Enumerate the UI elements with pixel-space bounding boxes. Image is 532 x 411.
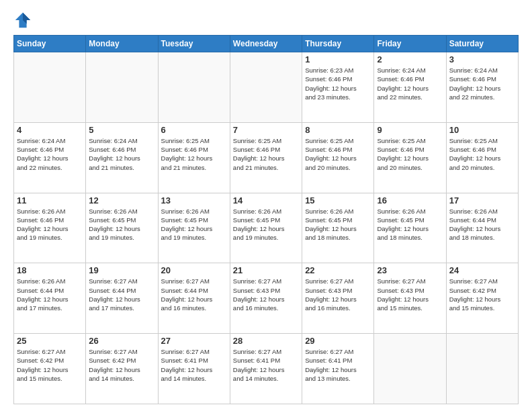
calendar-cell: 21Sunrise: 6:27 AM Sunset: 6:43 PM Dayli… [230, 263, 302, 334]
calendar-week-row: 25Sunrise: 6:27 AM Sunset: 6:42 PM Dayli… [14, 334, 519, 404]
calendar-day-header-friday: Friday [374, 36, 446, 52]
calendar-table: SundayMondayTuesdayWednesdayThursdayFrid… [13, 35, 519, 404]
day-info: Sunrise: 6:26 AM Sunset: 6:45 PM Dayligh… [89, 207, 154, 242]
day-number: 7 [233, 125, 299, 135]
day-info: Sunrise: 6:27 AM Sunset: 6:43 PM Dayligh… [377, 277, 443, 312]
calendar-cell: 11Sunrise: 6:26 AM Sunset: 6:46 PM Dayli… [14, 193, 86, 263]
calendar-cell: 3Sunrise: 6:24 AM Sunset: 6:46 PM Daylig… [446, 52, 518, 123]
calendar-cell: 29Sunrise: 6:27 AM Sunset: 6:41 PM Dayli… [302, 334, 374, 404]
calendar-week-row: 1Sunrise: 6:23 AM Sunset: 6:46 PM Daylig… [14, 52, 519, 123]
calendar-cell: 2Sunrise: 6:24 AM Sunset: 6:46 PM Daylig… [374, 52, 446, 123]
calendar-cell: 10Sunrise: 6:25 AM Sunset: 6:46 PM Dayli… [446, 122, 518, 193]
day-info: Sunrise: 6:27 AM Sunset: 6:42 PM Dayligh… [449, 277, 515, 312]
calendar-day-header-thursday: Thursday [302, 36, 374, 52]
day-number: 12 [89, 195, 154, 205]
header [13, 11, 519, 30]
day-number: 27 [161, 336, 227, 346]
day-info: Sunrise: 6:27 AM Sunset: 6:41 PM Dayligh… [161, 347, 227, 383]
day-number: 20 [161, 265, 227, 275]
day-number: 28 [233, 336, 299, 346]
day-info: Sunrise: 6:24 AM Sunset: 6:46 PM Dayligh… [377, 66, 443, 101]
day-info: Sunrise: 6:25 AM Sunset: 6:46 PM Dayligh… [161, 136, 227, 172]
day-number: 9 [377, 125, 443, 135]
day-info: Sunrise: 6:27 AM Sunset: 6:43 PM Dayligh… [233, 277, 299, 312]
calendar-cell: 19Sunrise: 6:27 AM Sunset: 6:44 PM Dayli… [86, 263, 158, 334]
day-number: 1 [305, 54, 371, 64]
calendar-cell: 13Sunrise: 6:26 AM Sunset: 6:45 PM Dayli… [158, 193, 230, 263]
day-number: 2 [377, 54, 443, 64]
calendar-cell [14, 52, 86, 123]
day-number: 8 [305, 125, 371, 135]
day-number: 10 [449, 125, 515, 135]
calendar-day-header-wednesday: Wednesday [230, 36, 302, 52]
calendar-cell: 1Sunrise: 6:23 AM Sunset: 6:46 PM Daylig… [302, 52, 374, 123]
calendar-cell [158, 52, 230, 123]
day-info: Sunrise: 6:27 AM Sunset: 6:41 PM Dayligh… [305, 347, 371, 383]
calendar-cell: 9Sunrise: 6:25 AM Sunset: 6:46 PM Daylig… [374, 122, 446, 193]
day-number: 26 [89, 336, 154, 346]
calendar-week-row: 4Sunrise: 6:24 AM Sunset: 6:46 PM Daylig… [14, 122, 519, 193]
calendar-cell: 17Sunrise: 6:26 AM Sunset: 6:44 PM Dayli… [446, 193, 518, 263]
day-number: 14 [233, 195, 299, 205]
day-number: 4 [17, 125, 83, 135]
day-info: Sunrise: 6:23 AM Sunset: 6:46 PM Dayligh… [305, 66, 371, 101]
day-number: 18 [17, 265, 83, 275]
calendar-day-header-monday: Monday [86, 36, 158, 52]
day-info: Sunrise: 6:27 AM Sunset: 6:43 PM Dayligh… [305, 277, 371, 312]
calendar-cell [446, 334, 518, 404]
calendar-cell: 12Sunrise: 6:26 AM Sunset: 6:45 PM Dayli… [86, 193, 158, 263]
day-info: Sunrise: 6:26 AM Sunset: 6:45 PM Dayligh… [305, 207, 371, 242]
calendar-cell [230, 52, 302, 123]
day-number: 17 [449, 195, 515, 205]
day-info: Sunrise: 6:27 AM Sunset: 6:42 PM Dayligh… [89, 347, 154, 383]
day-info: Sunrise: 6:27 AM Sunset: 6:44 PM Dayligh… [161, 277, 227, 312]
logo-icon [13, 11, 32, 30]
calendar-day-header-tuesday: Tuesday [158, 36, 230, 52]
day-number: 24 [449, 265, 515, 275]
day-info: Sunrise: 6:24 AM Sunset: 6:46 PM Dayligh… [17, 136, 83, 172]
day-info: Sunrise: 6:26 AM Sunset: 6:44 PM Dayligh… [17, 277, 83, 312]
calendar-cell: 7Sunrise: 6:25 AM Sunset: 6:46 PM Daylig… [230, 122, 302, 193]
day-number: 23 [377, 265, 443, 275]
calendar-cell: 18Sunrise: 6:26 AM Sunset: 6:44 PM Dayli… [14, 263, 86, 334]
day-info: Sunrise: 6:24 AM Sunset: 6:46 PM Dayligh… [89, 136, 154, 172]
day-number: 15 [305, 195, 371, 205]
calendar-cell: 26Sunrise: 6:27 AM Sunset: 6:42 PM Dayli… [86, 334, 158, 404]
calendar-cell [86, 52, 158, 123]
page: SundayMondayTuesdayWednesdayThursdayFrid… [0, 0, 532, 411]
day-number: 6 [161, 125, 227, 135]
calendar-cell: 5Sunrise: 6:24 AM Sunset: 6:46 PM Daylig… [86, 122, 158, 193]
calendar-cell: 27Sunrise: 6:27 AM Sunset: 6:41 PM Dayli… [158, 334, 230, 404]
day-number: 5 [89, 125, 154, 135]
day-info: Sunrise: 6:25 AM Sunset: 6:46 PM Dayligh… [377, 136, 443, 172]
day-number: 29 [305, 336, 371, 346]
day-info: Sunrise: 6:26 AM Sunset: 6:46 PM Dayligh… [17, 207, 83, 242]
day-info: Sunrise: 6:27 AM Sunset: 6:41 PM Dayligh… [233, 347, 299, 383]
day-info: Sunrise: 6:25 AM Sunset: 6:46 PM Dayligh… [233, 136, 299, 172]
calendar-cell: 20Sunrise: 6:27 AM Sunset: 6:44 PM Dayli… [158, 263, 230, 334]
day-number: 22 [305, 265, 371, 275]
day-number: 3 [449, 54, 515, 64]
calendar-cell: 22Sunrise: 6:27 AM Sunset: 6:43 PM Dayli… [302, 263, 374, 334]
day-number: 19 [89, 265, 154, 275]
day-info: Sunrise: 6:27 AM Sunset: 6:42 PM Dayligh… [17, 347, 83, 383]
day-number: 13 [161, 195, 227, 205]
day-info: Sunrise: 6:24 AM Sunset: 6:46 PM Dayligh… [449, 66, 515, 101]
calendar-cell: 23Sunrise: 6:27 AM Sunset: 6:43 PM Dayli… [374, 263, 446, 334]
day-number: 16 [377, 195, 443, 205]
calendar-week-row: 18Sunrise: 6:26 AM Sunset: 6:44 PM Dayli… [14, 263, 519, 334]
calendar-cell: 6Sunrise: 6:25 AM Sunset: 6:46 PM Daylig… [158, 122, 230, 193]
calendar-cell: 28Sunrise: 6:27 AM Sunset: 6:41 PM Dayli… [230, 334, 302, 404]
day-info: Sunrise: 6:26 AM Sunset: 6:45 PM Dayligh… [161, 207, 227, 242]
day-number: 11 [17, 195, 83, 205]
day-info: Sunrise: 6:25 AM Sunset: 6:46 PM Dayligh… [305, 136, 371, 172]
day-info: Sunrise: 6:27 AM Sunset: 6:44 PM Dayligh… [89, 277, 154, 312]
day-info: Sunrise: 6:26 AM Sunset: 6:45 PM Dayligh… [233, 207, 299, 242]
calendar-cell [374, 334, 446, 404]
calendar-cell: 25Sunrise: 6:27 AM Sunset: 6:42 PM Dayli… [14, 334, 86, 404]
calendar-week-row: 11Sunrise: 6:26 AM Sunset: 6:46 PM Dayli… [14, 193, 519, 263]
calendar-day-header-sunday: Sunday [14, 36, 86, 52]
day-number: 25 [17, 336, 83, 346]
calendar-day-header-saturday: Saturday [446, 36, 518, 52]
calendar-header-row: SundayMondayTuesdayWednesdayThursdayFrid… [14, 36, 519, 52]
